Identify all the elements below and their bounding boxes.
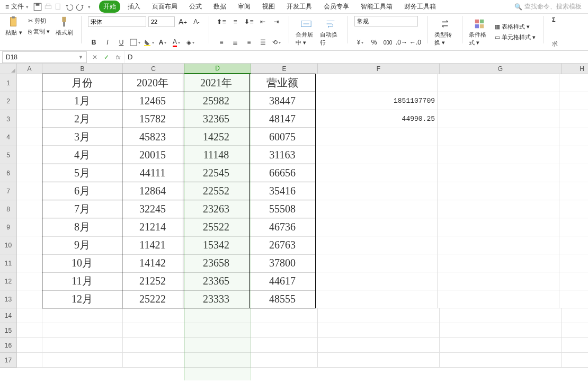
- cell-F6[interactable]: [316, 164, 438, 182]
- cell-B8[interactable]: 7月: [42, 200, 122, 218]
- cell-D11[interactable]: 23658: [183, 254, 250, 272]
- cell-grid[interactable]: 月份2020年2021年营业额1月12465259823844718511077…: [17, 74, 588, 368]
- tab-数据[interactable]: 数据: [209, 1, 230, 13]
- search-box[interactable]: 🔍 查找命令、搜索模板: [514, 2, 586, 11]
- underline-icon[interactable]: U: [115, 37, 127, 48]
- cell-H8[interactable]: [559, 200, 588, 218]
- cell-E5[interactable]: 31163: [249, 146, 316, 164]
- cell-H2[interactable]: [559, 92, 588, 110]
- cell-E6[interactable]: 66656: [249, 164, 316, 182]
- cell-C11[interactable]: 14142: [122, 254, 183, 272]
- cell-F5[interactable]: [316, 146, 438, 164]
- cell-E1[interactable]: 营业额: [249, 74, 316, 92]
- cell-A11[interactable]: [17, 254, 42, 272]
- cell-A8[interactable]: [17, 200, 42, 218]
- cell-B15[interactable]: [42, 323, 123, 338]
- border-icon[interactable]: [129, 37, 141, 48]
- font-size-select[interactable]: [148, 16, 175, 27]
- cell-G12[interactable]: [438, 272, 559, 290]
- cell-G3[interactable]: [438, 110, 559, 128]
- cell-G13[interactable]: [438, 290, 559, 308]
- cell-H13[interactable]: [559, 290, 588, 308]
- wrap-button[interactable]: 自动换行: [320, 18, 341, 47]
- undo-icon[interactable]: [65, 2, 74, 12]
- cell-B13[interactable]: 12月: [42, 290, 122, 308]
- cell-E11[interactable]: 37800: [249, 254, 316, 272]
- cell-G7[interactable]: [438, 182, 559, 200]
- cell-A12[interactable]: [17, 272, 42, 290]
- cell-C14[interactable]: [123, 308, 184, 323]
- align-top-icon[interactable]: ⬆≡: [216, 16, 227, 28]
- cell-F11[interactable]: [316, 254, 438, 272]
- cell-B6[interactable]: 5月: [42, 164, 122, 182]
- percent-icon[interactable]: %: [368, 37, 380, 48]
- row-header-2[interactable]: 2: [0, 92, 17, 110]
- cell-C3[interactable]: 15782: [122, 110, 183, 128]
- cell-B9[interactable]: 8月: [42, 218, 122, 236]
- cell-B1[interactable]: 月份: [42, 74, 122, 92]
- cell-E9[interactable]: 46736: [249, 218, 316, 236]
- cell-B4[interactable]: 3月: [42, 128, 122, 146]
- cell-D7[interactable]: 22552: [183, 182, 250, 200]
- number-format-select[interactable]: [354, 16, 418, 26]
- row-header-5[interactable]: 5: [0, 146, 17, 164]
- cell-C1[interactable]: 2020年: [122, 74, 183, 92]
- increase-decimal-icon[interactable]: .0→: [396, 37, 407, 48]
- cell-E7[interactable]: 35416: [249, 182, 316, 200]
- distribute-icon[interactable]: ☰: [257, 37, 269, 48]
- row-header-4[interactable]: 4: [0, 128, 17, 146]
- cell-G9[interactable]: [438, 218, 559, 236]
- row-header-6[interactable]: 6: [0, 164, 17, 182]
- cell-A5[interactable]: [17, 146, 42, 164]
- cell-C10[interactable]: 11421: [122, 236, 183, 254]
- cell-H7[interactable]: [559, 182, 588, 200]
- cell-H3[interactable]: [559, 110, 588, 128]
- cell-F16[interactable]: [318, 338, 440, 353]
- cell-E8[interactable]: 55508: [249, 200, 316, 218]
- cell-D1[interactable]: 2021年: [183, 74, 250, 92]
- row-header-8[interactable]: 8: [0, 200, 17, 218]
- align-center-icon[interactable]: ≣: [229, 37, 241, 48]
- cell-G10[interactable]: [438, 236, 559, 254]
- row-header-12[interactable]: 12: [0, 272, 17, 290]
- decrease-indent-icon[interactable]: ⇤: [257, 16, 269, 28]
- cell-D9[interactable]: 25522: [183, 218, 250, 236]
- cell-A7[interactable]: [17, 182, 42, 200]
- cond-format-button[interactable]: 条件格式 ▾: [469, 18, 490, 47]
- cell-G17[interactable]: [440, 353, 562, 368]
- type-convert-button[interactable]: 类型转换 ▾: [434, 16, 456, 48]
- cell-A17[interactable]: [17, 353, 42, 368]
- tab-插入[interactable]: 插入: [123, 1, 145, 13]
- cell-B10[interactable]: 9月: [42, 236, 122, 254]
- cell-E13[interactable]: 48555: [249, 290, 316, 308]
- orientation-icon[interactable]: ⟲: [271, 37, 282, 48]
- comma-icon[interactable]: 000: [382, 37, 394, 48]
- cell-D10[interactable]: 15342: [183, 236, 250, 254]
- cell-D4[interactable]: 14252: [183, 128, 250, 146]
- tab-开始[interactable]: 开始: [99, 1, 120, 13]
- tab-开发工具[interactable]: 开发工具: [282, 1, 316, 13]
- cell-D2[interactable]: 25982: [183, 92, 250, 110]
- cell-F7[interactable]: [316, 182, 438, 200]
- cell-D3[interactable]: 32365: [183, 110, 250, 128]
- cell-B7[interactable]: 6月: [42, 182, 122, 200]
- cell-G16[interactable]: [440, 338, 562, 353]
- formula-input[interactable]: D: [124, 51, 588, 63]
- col-header-B[interactable]: B: [42, 64, 123, 74]
- cell-G2[interactable]: [438, 92, 559, 110]
- col-header-F[interactable]: F: [318, 64, 440, 74]
- cell-F14[interactable]: [318, 308, 440, 323]
- cell-C15[interactable]: [123, 323, 184, 338]
- cell-H5[interactable]: [559, 146, 588, 164]
- tab-公式[interactable]: 公式: [185, 1, 206, 13]
- cell-C7[interactable]: 12864: [122, 182, 183, 200]
- cell-G8[interactable]: [438, 200, 559, 218]
- col-header-A[interactable]: A: [17, 64, 42, 74]
- cell-B3[interactable]: 2月: [42, 110, 122, 128]
- cell-F3[interactable]: 44990.25: [316, 110, 438, 128]
- cell-F2[interactable]: 1851107709: [316, 92, 438, 110]
- cell-F8[interactable]: [316, 200, 438, 218]
- merge-button[interactable]: 合并居中 ▾: [296, 18, 317, 47]
- cancel-icon[interactable]: ✕: [89, 51, 101, 63]
- decrease-font-icon[interactable]: A-: [191, 16, 202, 28]
